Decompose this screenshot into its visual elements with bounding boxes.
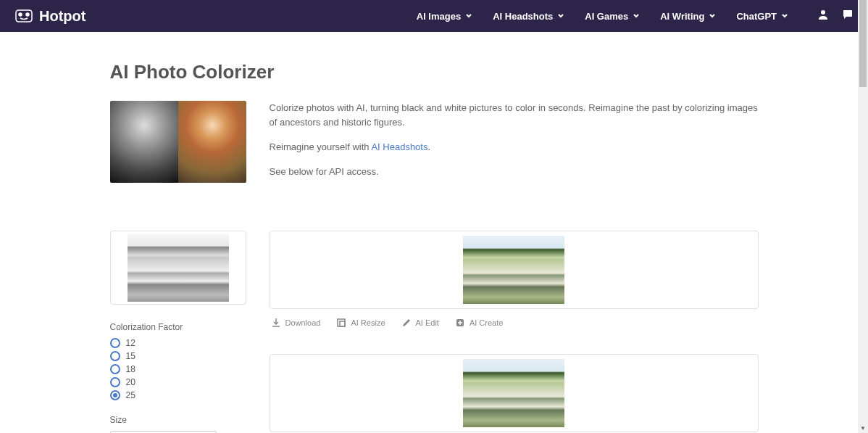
ai-headshots-link[interactable]: AI Headshots bbox=[371, 141, 427, 152]
svg-point-2 bbox=[821, 10, 825, 15]
factor-option-20[interactable]: 20 bbox=[110, 377, 246, 387]
create-icon bbox=[455, 318, 465, 328]
chat-icon[interactable] bbox=[842, 9, 854, 23]
size-select[interactable]: Limited bbox=[110, 431, 217, 433]
results-panel: Download AI Resize AI Edit AI Create bbox=[270, 231, 759, 433]
result-1-actions: Download AI Resize AI Edit AI Create bbox=[270, 318, 759, 328]
factor-option-18[interactable]: 18 bbox=[110, 364, 246, 374]
result-card-1 bbox=[270, 231, 759, 309]
chevron-down-icon bbox=[465, 12, 472, 20]
main-nav: AI Images AI Headshots AI Games AI Writi… bbox=[417, 9, 854, 23]
page-title: AI Photo Colorizer bbox=[110, 61, 759, 83]
nav-ai-games[interactable]: AI Games bbox=[585, 11, 640, 22]
chevron-down-icon bbox=[781, 12, 788, 20]
factor-option-15[interactable]: 15 bbox=[110, 351, 246, 361]
download-icon bbox=[271, 318, 281, 328]
chevron-down-icon bbox=[557, 12, 564, 20]
svg-rect-3 bbox=[338, 319, 345, 326]
download-button[interactable]: Download bbox=[271, 318, 321, 328]
colorization-factor-label: Colorization Factor bbox=[110, 322, 246, 332]
result-card-2 bbox=[270, 354, 759, 432]
scroll-down-arrow[interactable]: ▼ bbox=[858, 423, 868, 433]
nav-ai-images[interactable]: AI Images bbox=[417, 11, 472, 22]
input-thumbnail bbox=[128, 234, 229, 302]
size-label: Size bbox=[110, 415, 246, 425]
nav-chatgpt[interactable]: ChatGPT bbox=[736, 11, 788, 22]
chevron-down-icon bbox=[633, 12, 640, 20]
chevron-down-icon bbox=[709, 12, 716, 20]
intro-paragraph-3: See below for API access. bbox=[270, 165, 759, 179]
intro-paragraph-2: Reimagine yourself with AI Headshots. bbox=[270, 140, 759, 154]
brand-logo[interactable]: Hotpot bbox=[14, 8, 85, 25]
svg-rect-4 bbox=[340, 321, 345, 326]
ai-create-button[interactable]: AI Create bbox=[455, 318, 503, 328]
top-nav: Hotpot AI Images AI Headshots AI Games A… bbox=[0, 0, 868, 32]
resize-icon bbox=[336, 318, 346, 328]
edit-icon bbox=[401, 318, 412, 328]
nav-ai-writing[interactable]: AI Writing bbox=[660, 11, 716, 22]
hero-comparison-image bbox=[110, 101, 246, 183]
colorization-factor-group: 12 15 18 20 25 bbox=[110, 338, 246, 400]
user-account-icon[interactable] bbox=[817, 9, 829, 23]
brand-name: Hotpot bbox=[39, 8, 85, 25]
vertical-scrollbar[interactable]: ▼ bbox=[858, 0, 868, 433]
ai-edit-button[interactable]: AI Edit bbox=[401, 318, 439, 328]
svg-point-0 bbox=[19, 13, 22, 16]
intro-section: Colorize photos with AI, turning black a… bbox=[110, 101, 759, 190]
controls-panel: Colorization Factor 12 15 18 20 25 Size … bbox=[110, 231, 246, 433]
svg-point-1 bbox=[26, 13, 29, 16]
factor-option-25[interactable]: 25 bbox=[110, 390, 246, 400]
nav-ai-headshots[interactable]: AI Headshots bbox=[493, 11, 564, 22]
intro-text: Colorize photos with AI, turning black a… bbox=[270, 101, 759, 190]
factor-option-12[interactable]: 12 bbox=[110, 338, 246, 348]
hotpot-logo-icon bbox=[14, 9, 33, 23]
scrollbar-thumb[interactable] bbox=[859, 0, 867, 87]
result-image-1 bbox=[463, 236, 564, 304]
intro-paragraph-1: Colorize photos with AI, turning black a… bbox=[270, 101, 759, 130]
result-image-2 bbox=[463, 359, 564, 427]
ai-resize-button[interactable]: AI Resize bbox=[336, 318, 385, 328]
input-image-card[interactable] bbox=[110, 231, 246, 305]
